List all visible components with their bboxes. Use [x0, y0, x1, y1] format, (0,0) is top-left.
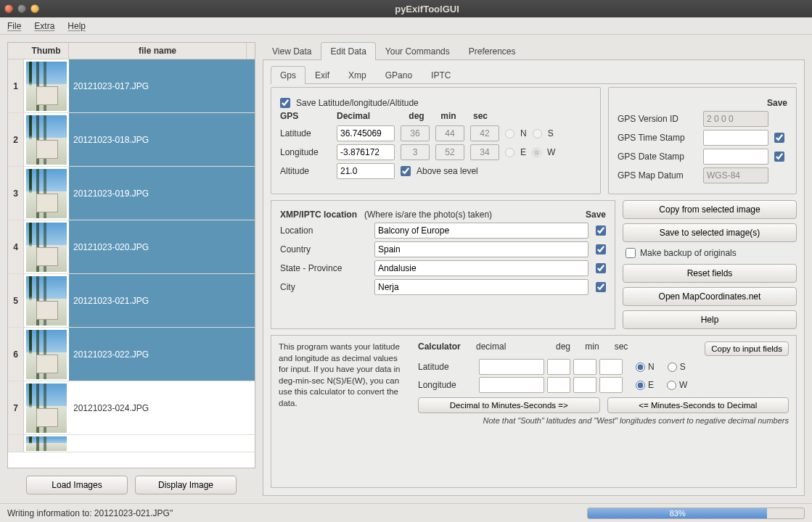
- thumbnail[interactable]: [24, 220, 69, 273]
- thumbnail[interactable]: [24, 381, 69, 434]
- table-row[interactable]: 4 20121023-020.JPG: [8, 220, 255, 274]
- minimize-icon[interactable]: [17, 4, 26, 13]
- calc-lat-min-input[interactable]: [573, 359, 596, 375]
- thumbnail[interactable]: [24, 167, 69, 220]
- lon-e-radio[interactable]: [505, 148, 514, 157]
- filename-cell[interactable]: 20121023-020.JPG: [69, 220, 255, 273]
- window-title: pyExifToolGUI: [46, 4, 808, 14]
- row-index: 2: [8, 113, 24, 166]
- alt-input[interactable]: [337, 163, 395, 179]
- calc-lon-sec-input[interactable]: [599, 377, 623, 393]
- table-row[interactable]: 3 20121023-019.JPG: [8, 167, 255, 220]
- filename-cell[interactable]: 20121023-024.JPG: [69, 381, 255, 434]
- country-save-checkbox[interactable]: [596, 244, 606, 254]
- state-input[interactable]: [374, 260, 589, 276]
- lat-s-radio[interactable]: [533, 129, 542, 138]
- filename-cell[interactable]: 20121023-021.JPG: [69, 274, 255, 327]
- calc-lon-w-radio[interactable]: [667, 381, 676, 390]
- gps-version-input[interactable]: [703, 111, 768, 127]
- subtab-iptc[interactable]: IPTC: [422, 66, 460, 84]
- calc-lat-sec-input[interactable]: [599, 359, 623, 375]
- location-save-checkbox[interactable]: [596, 225, 606, 236]
- tab-your-commands[interactable]: Your Commands: [376, 42, 459, 60]
- row-index: 1: [8, 59, 24, 112]
- menu-help[interactable]: Help: [67, 21, 86, 31]
- lat-deg-input[interactable]: [401, 125, 430, 141]
- lon-label: Longitude: [280, 147, 331, 157]
- menu-extra[interactable]: Extra: [34, 21, 54, 31]
- dms-to-decimal-button[interactable]: <= Minutes-Seconds to Decimal: [607, 397, 790, 413]
- state-save-checkbox[interactable]: [596, 263, 606, 273]
- help-button[interactable]: Help: [623, 310, 797, 329]
- reset-fields-button[interactable]: Reset fields: [623, 264, 797, 283]
- thumbnail[interactable]: [24, 274, 69, 327]
- close-icon[interactable]: [4, 4, 13, 13]
- calc-lat-dec-input[interactable]: [479, 359, 544, 375]
- gps-timestamp-checkbox[interactable]: [774, 133, 784, 143]
- subtab-gpano[interactable]: GPano: [376, 66, 422, 84]
- decimal-to-dms-button[interactable]: Decimal to Minutes-Seconds =>: [418, 397, 600, 413]
- calculator-panel: This program wants your latitude and lon…: [271, 335, 797, 488]
- filename-cell[interactable]: 20121023-017.JPG: [69, 59, 255, 112]
- gps-datestamp-checkbox[interactable]: [774, 152, 784, 162]
- copy-from-selected-button[interactable]: Copy from selected image: [623, 200, 797, 219]
- subtab-gps[interactable]: Gps: [271, 66, 305, 84]
- tab-view-data[interactable]: View Data: [263, 42, 321, 60]
- country-input[interactable]: [374, 241, 589, 257]
- lon-deg-input[interactable]: [401, 144, 430, 160]
- alt-label: Altitude: [280, 166, 331, 176]
- calc-lon-deg-input[interactable]: [547, 377, 570, 393]
- lon-min-input[interactable]: [435, 144, 464, 160]
- col-thumb[interactable]: Thumb: [24, 43, 69, 59]
- table-row[interactable]: 5 20121023-021.JPG: [8, 274, 255, 328]
- table-row[interactable]: 2 20121023-018.JPG: [8, 113, 255, 167]
- open-mapcoords-button[interactable]: Open MapCoordinates.net: [623, 287, 797, 306]
- thumbnail[interactable]: [24, 328, 69, 381]
- gps-timestamp-input[interactable]: [703, 130, 768, 146]
- table-row[interactable]: 7 20121023-024.JPG: [8, 381, 255, 435]
- maximize-icon[interactable]: [30, 4, 39, 13]
- gps-panel: Save Latitude/longitude/Altitude GPS Dec…: [271, 87, 601, 194]
- above-sea-checkbox[interactable]: [401, 166, 411, 176]
- lat-decimal-input[interactable]: [337, 125, 395, 141]
- gps-datum-input[interactable]: [703, 167, 768, 183]
- tab-edit-data[interactable]: Edit Data: [321, 42, 375, 60]
- backup-checkbox[interactable]: [626, 248, 636, 258]
- thumbnail[interactable]: [24, 113, 69, 166]
- calc-lat-s-radio[interactable]: [668, 362, 677, 372]
- lat-n-radio[interactable]: [505, 129, 514, 138]
- filename-cell[interactable]: 20121023-022.JPG: [69, 328, 255, 381]
- gps-datestamp-input[interactable]: [703, 149, 768, 165]
- thumbnail[interactable]: [24, 59, 69, 112]
- save-to-selected-button[interactable]: Save to selected image(s): [623, 223, 797, 242]
- filename-cell[interactable]: 20121023-019.JPG: [69, 167, 255, 220]
- sub-tabs: Gps Exif Xmp GPano IPTC: [271, 66, 797, 84]
- menu-file[interactable]: File: [7, 21, 21, 31]
- titlebar: pyExifToolGUI: [0, 0, 812, 17]
- subtab-xmp[interactable]: Xmp: [339, 66, 376, 84]
- lon-sec-input[interactable]: [470, 144, 499, 160]
- display-image-button[interactable]: Display Image: [135, 476, 237, 494]
- lat-sec-input[interactable]: [470, 125, 499, 141]
- subtab-exif[interactable]: Exif: [305, 66, 339, 84]
- calc-lon-e-radio[interactable]: [636, 381, 645, 390]
- location-input[interactable]: [374, 223, 589, 239]
- lon-decimal-input[interactable]: [337, 144, 395, 160]
- filename-cell[interactable]: 20121023-018.JPG: [69, 113, 255, 166]
- load-images-button[interactable]: Load Images: [26, 476, 128, 494]
- statusbar: Writing information to: 20121023-021.JPG…: [0, 503, 812, 522]
- calc-lon-dec-input[interactable]: [479, 377, 544, 393]
- city-save-checkbox[interactable]: [596, 282, 606, 292]
- save-latlon-checkbox[interactable]: [280, 98, 290, 108]
- tab-preferences[interactable]: Preferences: [459, 42, 525, 60]
- table-row[interactable]: 6 20121023-022.JPG: [8, 328, 255, 381]
- lon-w-radio[interactable]: [532, 148, 541, 157]
- city-input[interactable]: [374, 279, 589, 295]
- calc-lat-deg-input[interactable]: [547, 359, 570, 375]
- table-row[interactable]: 1 20121023-017.JPG: [8, 59, 255, 113]
- col-filename[interactable]: file name: [69, 43, 246, 59]
- copy-to-input-fields-button[interactable]: Copy to input fields: [705, 341, 789, 356]
- lat-min-input[interactable]: [435, 125, 464, 141]
- calc-lon-min-input[interactable]: [573, 377, 596, 393]
- calc-lat-n-radio[interactable]: [636, 362, 645, 372]
